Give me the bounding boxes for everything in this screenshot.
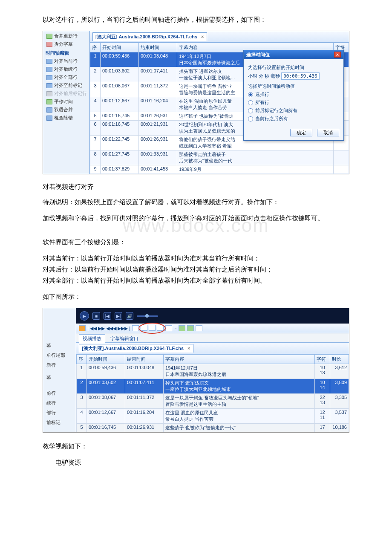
section-button-intro: 软件界面有三个按键分别是： bbox=[43, 237, 349, 247]
tab-subtitle-edit[interactable]: 字幕编辑窗口 bbox=[107, 334, 142, 343]
sidebar-label: 对齐前后标记行 bbox=[54, 90, 87, 97]
table-row[interactable]: 100:00:59,43600:01:03,0481941年12月7日日本帝国海… bbox=[77, 364, 349, 379]
file-tab-bar: [澳大利亚].Australia.2008.BDRip.X264-TLF.chs… bbox=[76, 343, 349, 354]
dialog-label-set-new-start: 为选择行设置新的开始时间 bbox=[248, 64, 339, 71]
sidebar-align-current[interactable]: 对齐当前行 bbox=[43, 57, 89, 65]
stop-button[interactable]: ■ bbox=[92, 312, 100, 320]
subtitle-table[interactable]: 序 开始时间 结束时间 字幕内容 字符 时长 100:00:59,43600:0… bbox=[76, 354, 349, 432]
time-input[interactable]: 00:00:59,436 bbox=[281, 72, 319, 80]
table-row[interactable]: 300:01:08,06700:01:11,372这是一块属于鳄鱼 畜牧业巨头与… bbox=[77, 394, 349, 409]
tool-icon[interactable] bbox=[187, 325, 194, 331]
close-icon[interactable]: × bbox=[334, 52, 341, 58]
align-icon bbox=[46, 91, 52, 96]
sidebar-label: 双语合并 bbox=[54, 107, 73, 113]
align-icon bbox=[46, 67, 52, 72]
sidebar-label: 对齐当前行 bbox=[54, 58, 78, 64]
tool-icon[interactable] bbox=[179, 325, 185, 331]
tool-icon[interactable] bbox=[165, 325, 172, 331]
align-icon bbox=[46, 75, 52, 80]
sidebar-shift-time[interactable]: 平移时间 bbox=[43, 98, 89, 106]
file-tab[interactable]: [澳大利亚].Australia.2008.BDRip.X264-TLF.chs… bbox=[79, 344, 193, 353]
align-following-button[interactable] bbox=[149, 325, 156, 331]
table-row[interactable]: 800:01:27,74500:01:33,931那些被带走的土著孩子后来被称为… bbox=[90, 150, 349, 165]
bullet-align-following: 对其后行：以当前行开始时间以当前播放器时间为准对其当前行之后的所有时间； bbox=[43, 264, 349, 275]
bullet-align-current: 对其当前行：以当前行开始时间以当前播放器时间为准对其当前行所有时间； bbox=[43, 253, 349, 263]
sidebar-align-following[interactable]: 对齐后续行 bbox=[43, 65, 89, 73]
sidebar-label: 检查除错 bbox=[54, 115, 73, 121]
sidebar-align-between-marks: 对齐前后标记行 bbox=[43, 90, 89, 98]
col-start: 开始时间 bbox=[87, 355, 125, 364]
section-note: 特别说明：如果按照上面介绍设置了解码器，就可以对着视频进行对齐。操作如下： bbox=[43, 197, 349, 207]
select-time-dialog: 选择时间值 × 为选择行设置新的开始时间 小时:分:秒.毫秒 00:00:59,… bbox=[243, 50, 344, 141]
radio-label: 前后标记行之间所有 bbox=[255, 107, 297, 114]
col-content: 字幕内容 bbox=[164, 355, 315, 364]
figure-label: 如下图所示： bbox=[43, 292, 349, 302]
intro-line: 以对选中行，所以行，当前行之后的时间轴进行操作，根据需要选择，如下图： bbox=[43, 14, 349, 25]
tool-icon[interactable] bbox=[79, 325, 86, 331]
sidebar2-item: 新行 bbox=[43, 360, 76, 370]
radio-label: 所有行 bbox=[255, 99, 269, 106]
radio-between-marks[interactable]: 前后标记行之间所有 bbox=[248, 107, 339, 114]
volume-icon[interactable]: 🔊 bbox=[126, 312, 133, 320]
close-icon[interactable]: × bbox=[201, 34, 204, 39]
radio-selected-rows[interactable]: 选择行 bbox=[248, 91, 339, 98]
col-start: 开始时间 bbox=[101, 43, 139, 52]
radio-icon bbox=[248, 100, 253, 105]
align-current-button[interactable] bbox=[141, 325, 147, 331]
radio-icon bbox=[248, 116, 253, 121]
file-tab-bar: [澳大利亚].Australia.2008.BDRip.X264-TLF.chs… bbox=[90, 31, 349, 43]
tab-video-play[interactable]: 视频播放 bbox=[79, 334, 105, 343]
watermark: www.bdocx.com bbox=[43, 215, 349, 236]
sidebar-label: 合并至新行 bbox=[54, 33, 78, 39]
ok-button[interactable]: 确定 bbox=[290, 129, 312, 136]
radio-label: 当前行之后所有 bbox=[255, 116, 288, 122]
sidebar-merge-line[interactable]: 合并至新行 bbox=[43, 32, 89, 40]
next-button[interactable]: ▶| bbox=[115, 312, 122, 320]
radio-label: 选择行 bbox=[255, 91, 269, 98]
radio-all-rows[interactable]: 所有行 bbox=[248, 99, 339, 106]
editor-tabs: 视频播放 字幕编辑窗口 bbox=[76, 333, 349, 343]
sidebar-label: 拆分字幕 bbox=[54, 41, 73, 47]
emule-resource-label: 电驴资源 bbox=[43, 457, 349, 468]
volume-slider[interactable] bbox=[137, 315, 158, 317]
prev-button[interactable]: |◀ bbox=[104, 312, 111, 320]
table-row[interactable]: 200:01:03,60200:01:07,411掉头南下 进军达尔文一座位于澳… bbox=[77, 379, 349, 394]
col-end: 结束时间 bbox=[139, 43, 177, 52]
sidebar-group-time-edit: 时间轴编辑 bbox=[43, 48, 89, 57]
align-all-button[interactable] bbox=[157, 325, 164, 331]
col-index: 序 bbox=[77, 355, 87, 364]
sidebar2-item: 幕 bbox=[43, 341, 76, 350]
align-icon bbox=[46, 83, 52, 88]
file-tab-label: [澳大利亚].Australia.2008.BDRip.X264-TLF.chs bbox=[95, 34, 197, 39]
sidebar-align-to-prev-mark[interactable]: 对齐至前标记 bbox=[43, 81, 89, 90]
sidebar-label: 对齐后续行 bbox=[54, 66, 78, 72]
dialog-titlebar[interactable]: 选择时间值 × bbox=[244, 50, 343, 59]
sidebar-align-all[interactable]: 对齐全部行 bbox=[43, 73, 89, 81]
dialog-title-text: 选择时间值 bbox=[246, 52, 270, 58]
align-icon bbox=[46, 59, 52, 64]
play-button[interactable]: ▶ bbox=[80, 311, 89, 321]
sidebar2-item: 前标记 bbox=[43, 418, 76, 428]
cancel-button[interactable]: 取消 bbox=[317, 129, 339, 136]
sidebar-bilingual-merge[interactable]: 双语合并 bbox=[43, 106, 89, 114]
play-icon[interactable] bbox=[132, 325, 139, 331]
sidebar2-item: 续行 bbox=[43, 398, 76, 408]
col-index: 序 bbox=[90, 43, 101, 52]
radio-after-current[interactable]: 当前行之后所有 bbox=[248, 116, 339, 122]
table-row[interactable]: 500:01:16,74500:01:26,931这些孩子 也被称为"被偷走的一… bbox=[77, 424, 349, 432]
file-tab-label: [澳大利亚].Australia.2008.BDRip.X264-TLF.chs bbox=[82, 346, 184, 351]
table-row[interactable]: 400:01:12,66700:01:16,204在这里 混血的原住民儿童常被白… bbox=[77, 409, 349, 424]
sidebar-label: 对齐全部行 bbox=[54, 74, 78, 81]
tool-icon[interactable] bbox=[196, 325, 202, 331]
bullet-align-all: 对其全部行：以当前行开始时间以当前播放器时间为准对全部字幕行所有时间。 bbox=[43, 275, 349, 286]
table-row[interactable]: 900:01:37,82900:01:41,4531939年9月 bbox=[90, 165, 349, 174]
toolbar: | ◀◀ ▶▶ ◀◀◀ ▶▶▶ | ~ bbox=[76, 324, 349, 333]
sidebar2-item: 部行 bbox=[43, 408, 76, 418]
sidebar-split-subtitle[interactable]: 拆分字幕 bbox=[43, 40, 89, 48]
close-icon[interactable]: × bbox=[187, 346, 190, 351]
file-tab[interactable]: [澳大利亚].Australia.2008.BDRip.X264-TLF.chs… bbox=[92, 32, 207, 41]
sidebar-check-errors[interactable]: 检查除错 bbox=[43, 114, 89, 122]
sidebar2-item: 单行尾部 bbox=[43, 350, 76, 360]
highlighted-align-buttons bbox=[141, 325, 164, 332]
shift-icon bbox=[46, 99, 52, 104]
